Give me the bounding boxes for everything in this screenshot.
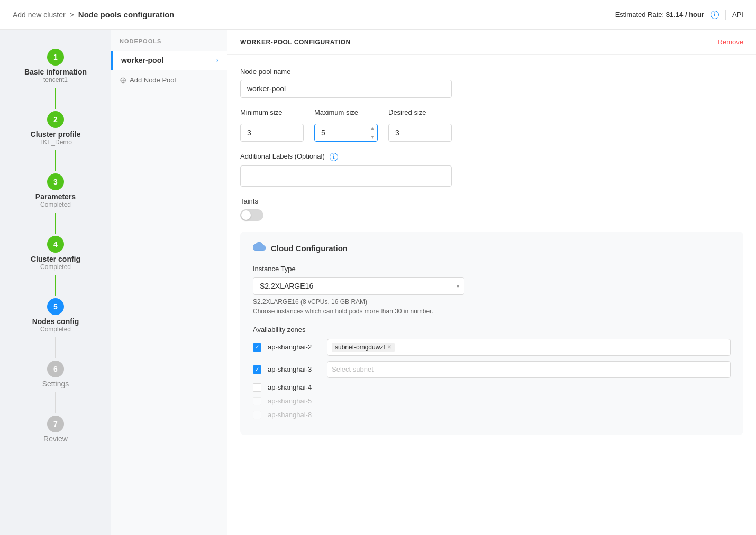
- header-divider: [725, 10, 726, 20]
- cloud-icon: [253, 242, 266, 254]
- availability-zones-section: Availability zones ap-shanghai-2 subnet-…: [253, 326, 731, 419]
- instance-type-label: Instance Type: [253, 265, 731, 273]
- step-2[interactable]: 2 Cluster profile TKE_Demo: [0, 109, 111, 171]
- toggle-knob: [241, 210, 251, 220]
- step-7-label: Review: [43, 435, 68, 445]
- minimum-size-input[interactable]: [240, 124, 304, 142]
- instance-type-group: Instance Type S2.2XLARGE16 S2.4XLARGE32 …: [253, 265, 731, 315]
- desired-size-label: Desired size: [388, 108, 452, 116]
- spinner-down[interactable]: ▼: [367, 133, 378, 142]
- nodepool-item-worker-pool[interactable]: worker-pool ›: [111, 51, 227, 70]
- az-checkbox-shanghai-5: [253, 397, 261, 405]
- main-layout: 1 Basic information tencent1 2 Clust: [0, 30, 756, 535]
- az-name-shanghai-3: ap-shanghai-3: [268, 365, 321, 373]
- maximum-size-spinner: ▲ ▼: [367, 124, 378, 142]
- node-pool-name-input[interactable]: [240, 80, 452, 98]
- step-6[interactable]: 6 Settings: [0, 358, 111, 413]
- add-nodepool-button[interactable]: ⊕ Add Node Pool: [111, 70, 227, 90]
- desired-size-wrap: [388, 124, 452, 142]
- step-5[interactable]: 5 Nodes config Completed: [0, 296, 111, 358]
- step-6-circle: 6: [47, 361, 64, 377]
- connector-4-5: [55, 275, 56, 296]
- nodepools-title: NODEPOOLS: [111, 38, 227, 51]
- step-4-circle: 4: [47, 236, 64, 253]
- az-checkbox-shanghai-4[interactable]: [253, 383, 261, 392]
- additional-labels-input[interactable]: [240, 165, 452, 187]
- breadcrumb-sep: >: [70, 11, 74, 19]
- add-nodepool-icon: ⊕: [120, 75, 126, 85]
- step-3-label: Parameters Completed: [35, 192, 76, 210]
- breadcrumb-current: Node pools configuration: [78, 10, 175, 19]
- cloud-config-header: Cloud Configuration: [253, 242, 731, 254]
- rate-info-icon[interactable]: ℹ: [711, 11, 719, 19]
- step-6-label: Settings: [42, 380, 69, 390]
- az-name-shanghai-4: ap-shanghai-4: [268, 383, 321, 391]
- cloud-config-section: Cloud Configuration Instance Type S2.2XL…: [240, 232, 743, 435]
- config-section-title: WORKER-POOL CONFIGURATION: [240, 39, 351, 46]
- nodepools-panel: NODEPOOLS worker-pool › ⊕ Add Node Pool: [111, 30, 227, 535]
- cloud-config-title: Cloud Configuration: [271, 244, 348, 253]
- az-name-shanghai-8: ap-shanghai-8: [268, 411, 321, 419]
- az-name-shanghai-2: ap-shanghai-2: [268, 343, 321, 351]
- taints-toggle-wrap: [240, 209, 743, 221]
- step-7-circle: 7: [47, 416, 64, 432]
- az-row-shanghai-3: ap-shanghai-3 Select subnet: [253, 361, 731, 378]
- maximum-size-field: Maximum size ▲ ▼: [314, 108, 378, 142]
- subnet-placeholder-shanghai-3: Select subnet: [332, 365, 374, 373]
- subnet-tag-input-shanghai-3[interactable]: Select subnet: [327, 361, 731, 378]
- minimum-size-label: Minimum size: [240, 108, 304, 116]
- subnet-tag-shanghai-2: subnet-omgduwzf ✕: [332, 343, 395, 352]
- step-7[interactable]: 7 Review: [0, 413, 111, 447]
- az-row-shanghai-4: ap-shanghai-4: [253, 383, 731, 392]
- az-checkbox-shanghai-8: [253, 411, 261, 419]
- minimum-size-wrap: [240, 124, 304, 142]
- config-panel: WORKER-POOL CONFIGURATION Remove Node po…: [227, 30, 756, 535]
- connector-6-7: [55, 392, 56, 413]
- sidebar: 1 Basic information tencent1 2 Clust: [0, 30, 111, 535]
- connector-2-3: [55, 150, 56, 171]
- step-1-circle: 1: [47, 49, 64, 66]
- step-5-circle: 5: [47, 298, 64, 315]
- taints-toggle[interactable]: [240, 209, 263, 221]
- labels-info-icon[interactable]: ℹ: [330, 153, 338, 161]
- minimum-size-field: Minimum size: [240, 108, 304, 142]
- az-row-shanghai-8: ap-shanghai-8: [253, 411, 731, 419]
- desired-size-input[interactable]: [388, 124, 452, 142]
- node-pool-name-group: Node pool name: [240, 68, 743, 98]
- additional-labels-label: Additional Labels (Optional) ℹ: [240, 152, 743, 161]
- az-row-shanghai-5: ap-shanghai-5: [253, 397, 731, 405]
- estimated-rate: Estimated Rate: $1.14 / hour: [615, 11, 704, 19]
- config-header: WORKER-POOL CONFIGURATION Remove: [227, 30, 756, 55]
- az-label: Availability zones: [253, 326, 731, 334]
- step-1[interactable]: 1 Basic information tencent1: [0, 47, 111, 109]
- connector-1-2: [55, 88, 56, 109]
- nodepool-arrow-icon: ›: [216, 57, 218, 64]
- api-link[interactable]: API: [732, 11, 743, 19]
- config-body: Node pool name Minimum size Maximum size: [227, 55, 756, 448]
- step-3[interactable]: 3 Parameters Completed: [0, 171, 111, 234]
- top-header: Add new cluster > Node pools configurati…: [0, 0, 756, 30]
- instance-info: S2.2XLARGE16 (8 vCPUs, 16 GB RAM): [253, 298, 731, 306]
- subnet-tag-input-shanghai-2[interactable]: subnet-omgduwzf ✕: [327, 339, 731, 356]
- az-row-shanghai-2: ap-shanghai-2 subnet-omgduwzf ✕: [253, 339, 731, 356]
- desired-size-field: Desired size: [388, 108, 452, 142]
- remove-button[interactable]: Remove: [718, 38, 743, 46]
- spinner-up[interactable]: ▲: [367, 124, 378, 133]
- az-subnet-wrap-shanghai-3: Select subnet: [327, 361, 731, 378]
- maximum-size-label: Maximum size: [314, 108, 378, 116]
- instance-type-select-wrap: S2.2XLARGE16 S2.4XLARGE32 S3.2XLARGE16 ▾: [253, 277, 464, 295]
- breadcrumb-parent[interactable]: Add new cluster: [13, 11, 66, 19]
- instance-type-select[interactable]: S2.2XLARGE16 S2.4XLARGE32 S3.2XLARGE16: [253, 277, 464, 295]
- add-nodepool-label: Add Node Pool: [130, 76, 176, 84]
- connector-5-6: [55, 337, 56, 358]
- step-4[interactable]: 4 Cluster config Completed: [0, 234, 111, 296]
- node-pool-name-label: Node pool name: [240, 68, 743, 76]
- steps-list: 1 Basic information tencent1 2 Clust: [0, 47, 111, 447]
- az-checkbox-shanghai-3[interactable]: [253, 365, 261, 374]
- taints-group: Taints: [240, 197, 743, 221]
- instance-note: Choose instances which can hold pods mor…: [253, 308, 731, 315]
- step-1-label: Basic information tencent1: [24, 68, 87, 86]
- subnet-tag-remove[interactable]: ✕: [387, 344, 391, 350]
- az-checkbox-shanghai-2[interactable]: [253, 343, 261, 352]
- header-right: Estimated Rate: $1.14 / hour ℹ API: [615, 10, 743, 20]
